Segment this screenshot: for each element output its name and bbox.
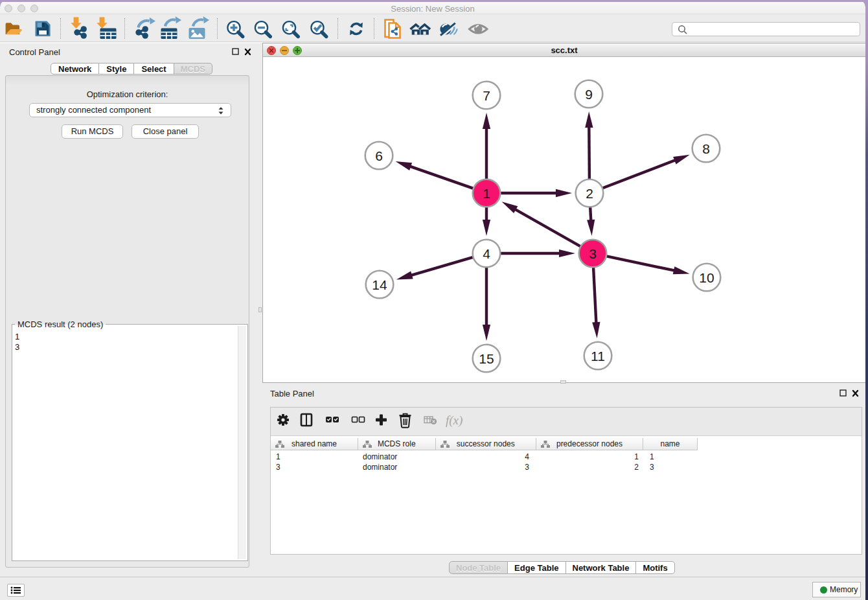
svg-text:11: 11 xyxy=(591,349,605,363)
svg-text:7: 7 xyxy=(483,88,490,103)
svg-text:10: 10 xyxy=(699,270,714,285)
svg-text:9: 9 xyxy=(585,87,593,102)
svg-text:1: 1 xyxy=(483,186,490,201)
svg-text:2: 2 xyxy=(586,186,593,201)
svg-text:8: 8 xyxy=(702,141,710,156)
svg-text:6: 6 xyxy=(375,148,383,163)
svg-text:15: 15 xyxy=(479,351,494,366)
svg-text:f(x): f(x) xyxy=(446,413,463,428)
svg-text:3: 3 xyxy=(589,246,597,261)
svg-text:14: 14 xyxy=(372,277,387,292)
svg-text:4: 4 xyxy=(483,246,490,261)
